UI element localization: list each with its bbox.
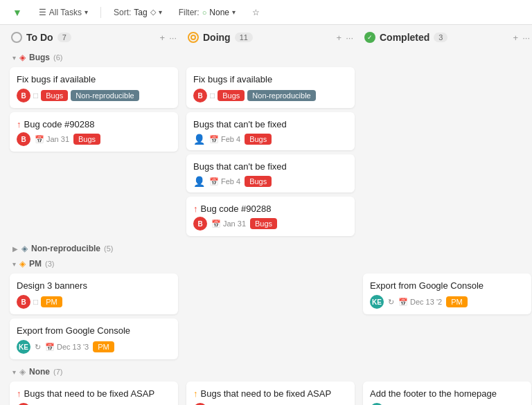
pm-doing-cell bbox=[182, 271, 359, 364]
todo-icon bbox=[11, 32, 22, 43]
task-card[interactable]: Design 3 banners B □ PM bbox=[10, 273, 178, 314]
repeat-icon: ↻ bbox=[35, 343, 41, 352]
pm-group-label: PM bbox=[29, 259, 42, 269]
none-group-count: (7) bbox=[53, 368, 62, 376]
tag-bugs: Bugs bbox=[218, 90, 245, 101]
pm-group: ▾ ◈ PM (3) Design 3 banners B □ PM Expor… bbox=[0, 256, 532, 364]
calendar-icon: 📅 bbox=[398, 298, 408, 307]
todo-add-icon[interactable]: + bbox=[160, 33, 166, 43]
none-collapse-arrow: ▾ bbox=[12, 368, 16, 376]
tag-bugs: Bugs bbox=[73, 134, 100, 145]
task-title: Bug code #90288 bbox=[24, 119, 95, 129]
none-group: ▾ ◈ None (7) ↑ Bugs that need to be fixe… bbox=[0, 364, 532, 405]
completed-count: 3 bbox=[434, 33, 447, 42]
doc-icon[interactable]: □ bbox=[33, 91, 38, 100]
bugs-doing-cell: Fix bugs if available B □ Bugs Non-repro… bbox=[182, 65, 359, 241]
filter-none-icon: ○ bbox=[202, 8, 207, 17]
task-title: Design 3 banners bbox=[17, 280, 171, 291]
pm-group-header[interactable]: ▾ ◈ PM (3) bbox=[6, 256, 532, 271]
todo-title: To Do bbox=[26, 32, 53, 43]
task-card[interactable]: Fix bugs if available B □ Bugs Non-repro… bbox=[10, 67, 178, 108]
avatar: B bbox=[193, 217, 207, 231]
nonrepro-group-icon: ◈ bbox=[21, 244, 28, 253]
filter-label: Filter: bbox=[179, 8, 200, 17]
task-meta: KE ↻ 📅 Dec 13 '3 PM bbox=[17, 340, 171, 354]
task-title: Bug code #90288 bbox=[201, 204, 272, 214]
all-tasks-label: All Tasks bbox=[49, 8, 82, 17]
task-card[interactable]: ↑ Bug code #90288 B 📅 Jan 31 Bugs bbox=[186, 197, 355, 236]
task-date: 📅 Dec 13 '2 bbox=[398, 298, 442, 307]
task-date: 📅 Feb 4 bbox=[209, 135, 240, 144]
filter-icon-btn[interactable]: ▼ bbox=[8, 6, 26, 19]
task-date: 📅 Feb 4 bbox=[209, 177, 240, 186]
doing-add-icon[interactable]: + bbox=[337, 33, 342, 43]
tag-pm: PM bbox=[93, 341, 114, 352]
tag-nonrepro: Non-reproducible bbox=[71, 90, 139, 101]
task-card[interactable]: ↑ Bugs that need to be fixed ASAP B □ ⌂ bbox=[10, 381, 178, 405]
doing-actions: + ··· bbox=[337, 33, 353, 43]
completed-more-icon[interactable]: ··· bbox=[522, 33, 530, 43]
calendar-icon: 📅 bbox=[209, 177, 219, 186]
bugs-todo-cell: Fix bugs if available B □ Bugs Non-repro… bbox=[6, 65, 182, 241]
bugs-group-label: Bugs bbox=[29, 53, 50, 62]
completed-add-icon[interactable]: + bbox=[513, 33, 519, 43]
bugs-group-row: ▾ ◈ Bugs (6) Fix bugs if available B □ B… bbox=[0, 50, 532, 241]
task-title: Bugs that need to be fixed ASAP bbox=[24, 388, 155, 399]
task-tags: B □ Bugs Non-reproducible bbox=[193, 89, 348, 102]
funnel-icon: ▼ bbox=[12, 7, 22, 18]
pm-group-icon: ◈ bbox=[19, 259, 26, 269]
tag-bugs: Bugs bbox=[245, 176, 272, 187]
all-tasks-btn[interactable]: ☰ All Tasks ▾ bbox=[35, 6, 92, 19]
task-tags: B □ PM bbox=[17, 295, 171, 309]
bugs-group-icon: ◈ bbox=[19, 53, 26, 62]
doc-icon[interactable]: □ bbox=[210, 91, 215, 100]
sort-label: Sort: bbox=[114, 8, 131, 17]
bugs-completed-cell bbox=[359, 65, 532, 241]
nonrepro-collapse-arrow: ▶ bbox=[12, 245, 18, 253]
bugs-group-header[interactable]: ▾ ◈ Bugs (6) bbox=[6, 50, 532, 65]
column-headers: To Do 7 + ··· Doing 11 + ··· ✓ Completed… bbox=[0, 25, 532, 50]
doc-icon[interactable]: □ bbox=[33, 297, 38, 307]
board: To Do 7 + ··· Doing 11 + ··· ✓ Completed… bbox=[0, 25, 532, 405]
sort-value: Tag bbox=[134, 8, 147, 17]
task-meta: 👤 📅 Feb 4 Bugs bbox=[193, 176, 348, 187]
filter-btn[interactable]: Filter: ○ None ▾ bbox=[175, 6, 240, 19]
task-card[interactable]: Add the footer to the homepage KE □ ⌂ bbox=[363, 381, 531, 405]
tag-bugs: Bugs bbox=[41, 90, 68, 101]
avatar: B bbox=[17, 89, 30, 102]
task-card[interactable]: Export from Google Console KE ↻ 📅 Dec 13… bbox=[10, 318, 178, 359]
task-card[interactable]: ↑ Bugs that need to be fixed ASAP B □ ⌂ bbox=[186, 381, 355, 405]
doing-more-icon[interactable]: ··· bbox=[346, 33, 353, 43]
none-completed-cell: Add the footer to the homepage KE □ ⌂ bbox=[359, 379, 532, 405]
task-card[interactable]: Export from Google Console KE ↻ 📅 Dec 13… bbox=[363, 273, 531, 314]
task-date: 📅 Dec 13 '3 bbox=[45, 343, 89, 352]
task-date: 📅 Jan 31 bbox=[211, 219, 246, 228]
priority-up-icon: ↑ bbox=[193, 204, 198, 214]
none-group-header[interactable]: ▾ ◈ None (7) bbox=[6, 364, 532, 379]
task-card[interactable]: Bugs that can't be fixed 👤 📅 Feb 4 Bugs bbox=[186, 112, 355, 150]
none-group-icon: ◈ bbox=[19, 367, 26, 377]
pm-group-count: (3) bbox=[45, 260, 54, 268]
priority-up-orange-icon: ↑ bbox=[193, 388, 198, 399]
task-date: 📅 Jan 31 bbox=[35, 135, 69, 144]
tag-pm: PM bbox=[446, 296, 468, 307]
task-title: Bugs that can't be fixed bbox=[193, 161, 348, 172]
doing-column-header: Doing 11 + ··· bbox=[182, 25, 359, 50]
filter-value: None bbox=[209, 8, 229, 17]
todo-actions: + ··· bbox=[160, 33, 177, 43]
sort-btn[interactable]: Sort: Tag ◇ ▾ bbox=[109, 6, 166, 19]
tag-nonrepro: Non-reproducible bbox=[247, 90, 315, 101]
task-tags: B □ Bugs Non-reproducible bbox=[17, 89, 171, 102]
task-title: Export from Google Console bbox=[17, 325, 171, 336]
repeat-icon: ↻ bbox=[388, 298, 394, 307]
task-card[interactable]: ↑ Bug code #90288 B 📅 Jan 31 Bugs bbox=[10, 112, 178, 152]
task-title: Fix bugs if available bbox=[17, 74, 171, 84]
todo-more-icon[interactable]: ··· bbox=[169, 33, 177, 43]
task-card[interactable]: Bugs that can't be fixed 👤 📅 Feb 4 Bugs bbox=[186, 154, 355, 192]
star-btn[interactable]: ☆ bbox=[248, 6, 264, 19]
star-icon: ☆ bbox=[252, 8, 260, 17]
task-meta: 👤 📅 Feb 4 Bugs bbox=[193, 134, 348, 145]
nonrepro-group-header[interactable]: ▶ ◈ Non-reproducible (5) bbox=[6, 241, 532, 256]
task-card[interactable]: Fix bugs if available B □ Bugs Non-repro… bbox=[186, 67, 355, 108]
calendar-icon: 📅 bbox=[209, 135, 219, 144]
